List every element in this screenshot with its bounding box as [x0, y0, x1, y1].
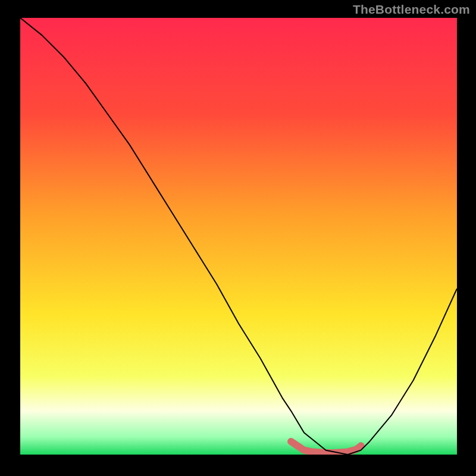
plot-area — [20, 18, 457, 455]
chart-frame: TheBottleneck.com — [0, 0, 476, 476]
chart-svg — [20, 18, 457, 455]
watermark-text: TheBottleneck.com — [353, 2, 470, 17]
